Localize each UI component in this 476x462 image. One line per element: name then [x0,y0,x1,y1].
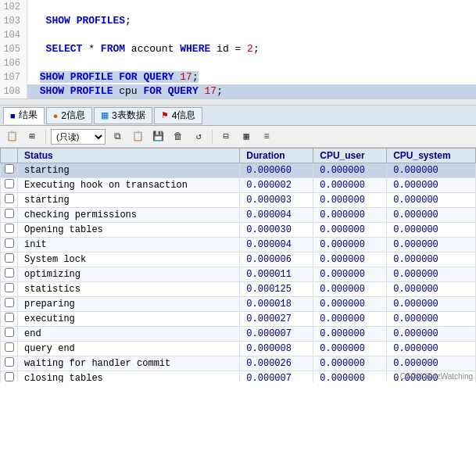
row-checkbox[interactable] [5,372,14,381]
row-duration: 0.000008 [240,342,313,356]
row-cpu-user: 0.000000 [313,356,387,371]
row-checkbox-cell[interactable] [1,312,18,327]
row-status: starting [18,193,240,208]
table-row[interactable]: Opening tables0.0000300.0000000.000000 [1,223,476,238]
row-checkbox-cell[interactable] [1,223,18,238]
row-checkbox[interactable] [5,342,14,352]
row-checkbox-cell[interactable] [1,163,18,178]
toolbar-table-btn[interactable]: ⊟ [217,128,234,145]
table-row[interactable]: optimizing0.0000110.0000000.000000 [1,267,476,282]
toolbar-paste-btn[interactable]: 📋 [129,128,146,145]
row-duration: 0.000026 [240,356,313,371]
row-duration: 0.000004 [240,208,313,223]
line-num-102: 102 [0,0,27,14]
col-header-cpu-system[interactable]: CPU_system [387,149,476,163]
table-row[interactable]: starting0.0000030.0000000.000000 [1,193,476,208]
tab-results[interactable]: ■ 结果 [3,107,45,124]
row-status: waiting for handler commit [18,356,240,371]
table-row[interactable]: statistics0.0001250.0000000.000000 [1,282,476,297]
table-row[interactable]: starting0.0000600.0000000.000000 [1,163,476,178]
row-checkbox[interactable] [5,209,14,218]
line-content-106 [27,56,476,70]
line-num-107: 107 [0,70,27,84]
line-num-103: 103 [0,14,27,28]
toolbar-grid-btn[interactable]: ⊞ [23,128,41,145]
toolbar-delete-btn[interactable]: 🗑 [170,128,187,145]
toolbar-refresh-btn[interactable]: ↺ [190,128,207,145]
row-checkbox-cell[interactable] [1,208,18,223]
row-duration: 0.000003 [240,193,313,208]
code-line-106: 106 [0,56,476,70]
col-header-duration[interactable]: Duration [240,149,313,163]
col-header-checkbox [1,149,18,163]
row-checkbox[interactable] [5,164,14,174]
table-header-row: Status Duration CPU_user CPU_system [1,149,476,163]
tab-info2-badge: 4 [172,110,177,121]
tab-info1[interactable]: ● 2 信息 [46,107,92,124]
row-checkbox[interactable] [5,224,14,233]
table-row[interactable]: init0.0000040.0000000.000000 [1,238,476,252]
row-checkbox-cell[interactable] [1,297,18,312]
row-duration: 0.000018 [240,297,313,312]
row-status: checking permissions [18,208,240,223]
toolbar-export-btn[interactable]: 📋 [3,128,20,145]
results-table-container[interactable]: Status Duration CPU_user CPU_system star… [0,148,476,382]
row-cpu-user: 0.000000 [313,193,387,208]
row-cpu-system: 0.000000 [387,342,476,356]
horizontal-scrollbar[interactable] [0,99,476,106]
toolbar-copy-btn[interactable]: ⧉ [109,128,126,145]
table-row[interactable]: waiting for handler commit0.0000260.0000… [1,356,476,371]
line-content-107: SHOW PROFILE FOR QUERY 17; [27,70,476,84]
toolbar-row-btn[interactable]: ≡ [258,128,275,145]
row-checkbox-cell[interactable] [1,267,18,282]
row-cpu-user: 0.000000 [313,223,387,238]
row-checkbox[interactable] [5,298,14,307]
row-cpu-system: 0.000000 [387,208,476,223]
tab-info2[interactable]: ⚑ 4 信息 [154,107,203,124]
table-row[interactable]: executing0.0000270.0000000.000000 [1,312,476,327]
row-duration: 0.000030 [240,223,313,238]
row-checkbox[interactable] [5,283,14,292]
row-checkbox-cell[interactable] [1,327,18,342]
code-line-104: 104 [0,28,476,42]
tab-tabledata[interactable]: ▦ 3 表数据 [94,107,152,124]
row-checkbox-cell[interactable] [1,371,18,383]
row-checkbox-cell[interactable] [1,238,18,252]
row-checkbox-cell[interactable] [1,178,18,193]
tab-tabledata-label: 表数据 [117,109,145,122]
row-cpu-user: 0.000000 [313,282,387,297]
code-line-105: 105 SELECT * FROM account WHERE id = 2; [0,42,476,56]
row-checkbox-cell[interactable] [1,282,18,297]
row-checkbox[interactable] [5,357,14,367]
row-checkbox-cell[interactable] [1,356,18,371]
col-header-status[interactable]: Status [18,149,240,163]
table-row[interactable]: System lock0.0000060.0000000.000000 [1,252,476,267]
toolbar-save-btn[interactable]: 💾 [149,128,166,145]
row-checkbox[interactable] [5,179,14,188]
row-cpu-user: 0.000000 [313,238,387,252]
readonly-select[interactable]: (只读)编辑 [51,129,106,145]
tab-info1-icon: ● [53,111,59,120]
toolbar-col-btn[interactable]: ▦ [238,128,255,145]
table-row[interactable]: end0.0000070.0000000.000000 [1,327,476,342]
row-checkbox[interactable] [5,313,14,322]
row-checkbox[interactable] [5,268,14,278]
row-cpu-user: 0.000000 [313,342,387,356]
row-duration: 0.000007 [240,327,313,342]
row-cpu-user: 0.000000 [313,327,387,342]
row-status: init [18,238,240,252]
row-checkbox[interactable] [5,328,14,337]
line-content-108: SHOW PROFILE cpu FOR QUERY 17; [27,84,476,98]
table-row[interactable]: checking permissions0.0000040.0000000.00… [1,208,476,223]
row-checkbox[interactable] [5,194,14,203]
row-checkbox-cell[interactable] [1,252,18,267]
col-header-cpu-user[interactable]: CPU_user [313,149,387,163]
row-checkbox-cell[interactable] [1,342,18,356]
row-checkbox[interactable] [5,253,14,263]
table-row[interactable]: preparing0.0000180.0000000.000000 [1,297,476,312]
code-line-103: 103 SHOW PROFILES; [0,14,476,28]
row-checkbox[interactable] [5,238,14,248]
row-checkbox-cell[interactable] [1,193,18,208]
table-row[interactable]: Executing hook on transaction0.0000020.0… [1,178,476,193]
table-row[interactable]: query end0.0000080.0000000.000000 [1,342,476,356]
